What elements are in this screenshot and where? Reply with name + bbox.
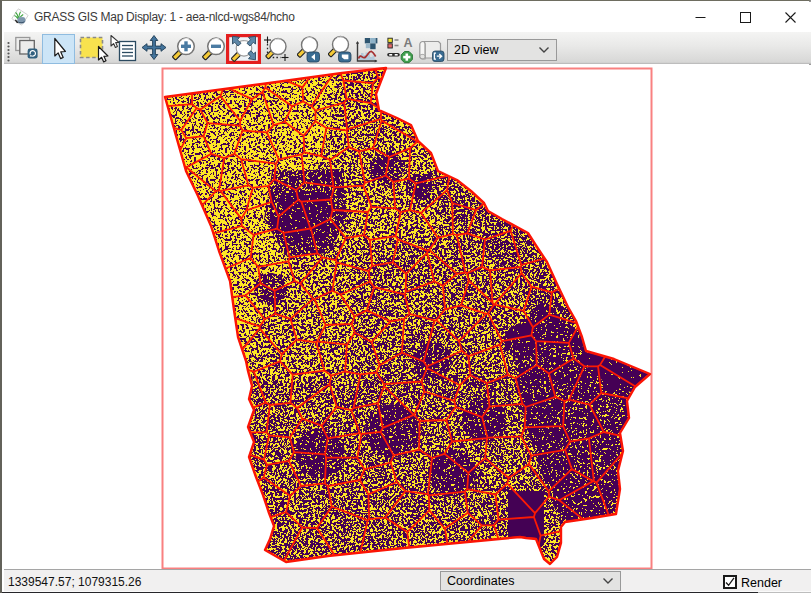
svg-text:A: A bbox=[403, 36, 412, 50]
